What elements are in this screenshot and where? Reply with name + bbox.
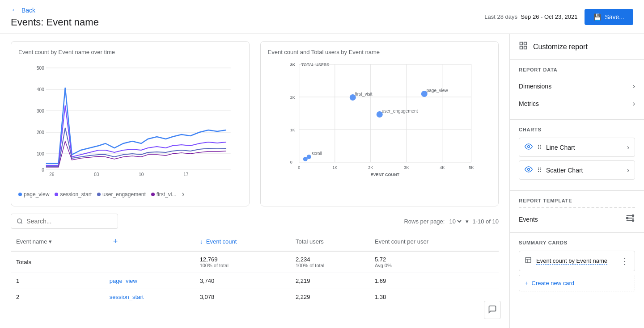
search-box[interactable] [11,214,118,229]
metrics-row[interactable]: Metrics › [519,95,635,112]
grid-icon-scatter: ⠿ [537,167,542,174]
legend-label-session-start: session_start [60,191,92,198]
grid-icon-line: ⠿ [537,144,542,151]
back-button[interactable]: ← Back [11,5,35,15]
save-icon: 💾 [593,13,601,21]
summary-cards-title: SUMMARY CARDS [519,240,635,245]
svg-text:Oct: Oct [93,177,100,177]
template-name: Events [519,216,538,223]
scatter-chart-card: Event count and Total users by Event nam… [260,41,499,206]
table-header-row: Event name ▾ + ↓ Event count Total users… [11,232,499,251]
report-template-section: REPORT TEMPLATE Events [510,191,644,233]
svg-text:first_visit: first_visit [355,92,372,97]
save-button[interactable]: 💾 Save... [585,9,633,25]
row-1-per-user: 1.69 [369,273,499,289]
svg-point-50 [528,146,530,148]
table-row: 1 page_view 3,740 2,219 1.69 [11,273,499,289]
summary-cards-section: SUMMARY CARDS Event count by Event name … [510,233,644,299]
legend-dot-session-start [55,193,58,196]
header: ← Back Events: Event name Last 28 days S… [0,0,644,34]
dimensions-row[interactable]: Dimensions › [519,78,635,95]
svg-text:100: 100 [37,151,44,156]
date-range: Last 28 days Sep 26 - Oct 23, 2021 [484,13,577,20]
panel-header: Customize report [510,34,644,60]
dimensions-arrow-icon: › [633,82,635,90]
svg-text:17: 17 [183,172,189,177]
svg-text:user_engagement: user_engagement [381,109,418,114]
totals-per-user: 5.72 Avg 0% [369,251,499,273]
table-controls: Rows per page: 10 25 50 ▾ 1-10 of 10 [11,214,499,229]
pagination-info: Rows per page: 10 25 50 ▾ 1-10 of 10 [404,218,499,225]
svg-text:200: 200 [37,130,44,135]
scatter-chart-title: Event count and Total users by Event nam… [268,49,491,55]
svg-text:Sep: Sep [48,177,56,177]
page-title: Events: Event name [11,17,99,28]
pagination-range: 1-10 of 10 [472,218,499,225]
legend-label-page-view: page_view [24,191,49,198]
legend-label-user-engagement: user_engagement [102,191,146,198]
create-card-button[interactable]: + Create new card [519,275,635,291]
svg-text:4K: 4K [440,165,445,170]
content-area: Event count by Event name over time 500 … [0,34,510,328]
charts-row: Event count by Event name over time 500 … [11,41,499,206]
metrics-label: Metrics [519,100,539,107]
rows-per-page: Rows per page: 10 25 50 ▾ [404,218,469,225]
legend-dot-user-engagement [97,193,101,196]
legend-next-icon[interactable]: › [182,189,185,199]
row-1-name[interactable]: page_view [104,273,195,289]
sort-arrow-icon: ↓ [200,238,203,245]
back-arrow-icon: ← [11,5,19,15]
header-left: ← Back Events: Event name [11,5,99,28]
summary-card-menu-icon[interactable]: ⋮ [620,256,629,266]
add-column-button[interactable]: + [110,237,122,246]
totals-total-users: 2,234 100% of total [290,251,369,273]
legend-dot-first-visit [151,193,155,196]
row-2-num: 2 [11,289,104,305]
svg-text:scroll: scroll [311,151,322,156]
row-1-num: 1 [11,273,104,289]
charts-panel-title: CHARTS [519,127,635,132]
customize-icon [519,41,528,52]
template-icon-button[interactable] [625,213,635,225]
search-input[interactable] [26,218,112,225]
template-row: Events [519,213,635,225]
svg-text:0: 0 [298,165,300,170]
rows-per-page-label: Rows per page: [404,218,445,225]
svg-rect-49 [524,46,527,49]
svg-rect-46 [520,42,523,45]
line-chart-container: 500 400 300 200 100 0 [18,61,242,186]
line-chart-svg: 500 400 300 200 100 0 [18,61,242,177]
feedback-button[interactable] [484,301,501,319]
line-chart-option[interactable]: ⠿ Line Chart › [519,138,635,157]
svg-text:400: 400 [37,87,44,92]
row-2-per-user: 1.38 [369,289,499,305]
dropdown-icon: ▾ [466,218,469,225]
legend-item-session-start: session_start [55,191,92,198]
row-2-name[interactable]: session_start [104,289,195,305]
svg-text:10: 10 [139,172,144,177]
legend-dot-page-view [18,193,22,196]
col-per-user[interactable]: Event count per user [369,232,499,251]
scatter-chart-option[interactable]: ⠿ Scatter Chart › [519,160,635,180]
create-card-label: Create new card [532,280,574,286]
col-event-count[interactable]: ↓ Event count [195,232,290,251]
dimensions-label: Dimensions [519,83,551,90]
legend-item-user-engagement: user_engagement [97,191,146,198]
row-2-event-count: 3,078 [195,289,290,305]
col-total-users[interactable]: Total users [290,232,369,251]
row-2-total-users: 2,229 [290,289,369,305]
col-event-name[interactable]: Event name ▾ [11,232,104,251]
report-data-title: REPORT DATA [519,67,635,72]
rows-per-page-select[interactable]: 10 25 50 [447,218,463,225]
scatter-point-scroll2 [303,157,307,161]
row-1-total-users: 2,219 [290,273,369,289]
summary-card-icon [525,257,532,265]
charts-panel-section: CHARTS ⠿ Line Chart › [510,120,644,191]
back-label: Back [21,7,35,14]
svg-rect-55 [525,257,531,263]
report-data-section: REPORT DATA Dimensions › Metrics › [510,60,644,120]
svg-line-45 [21,223,22,224]
svg-point-53 [627,217,628,219]
date-range-value: Sep 26 - Oct 23, 2021 [521,13,577,20]
summary-card-label[interactable]: Event count by Event name [536,257,607,265]
